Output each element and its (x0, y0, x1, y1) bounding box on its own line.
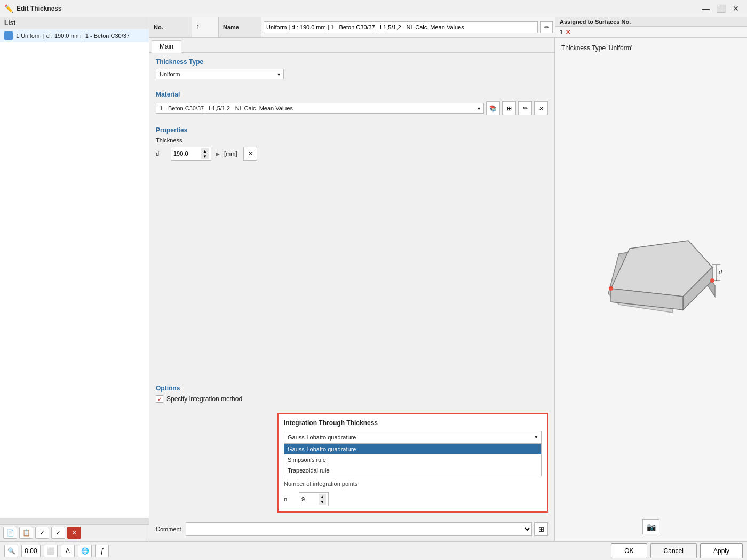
text-button[interactable]: A (61, 545, 75, 557)
list-scroll: 1 Uniform | d : 190.0 mm | 1 - Beton C30… (0, 29, 149, 518)
properties-label: Properties (156, 126, 548, 134)
preview-action-button[interactable]: 📷 (642, 519, 659, 534)
app-icon: ✏️ (4, 4, 13, 13)
svg-point-15 (710, 278, 714, 283)
check-button[interactable]: ✓ (35, 527, 49, 539)
integration-popup: Integration Through Thickness Gauss-Loba… (277, 413, 548, 513)
n-input[interactable] (301, 496, 317, 502)
material-delete-button[interactable]: ✕ (534, 101, 548, 115)
apply-button[interactable]: Apply (700, 543, 743, 558)
search-button[interactable]: 🔍 (4, 545, 18, 557)
rectangle-button[interactable]: ⬜ (44, 545, 58, 557)
comment-input-area: ⊞ (186, 522, 548, 536)
method-option-1[interactable]: Simpson's rule (284, 454, 541, 465)
material-label: Material (156, 91, 548, 98)
n-down-button[interactable]: ▼ (319, 499, 326, 505)
no-value: 1 (192, 17, 219, 37)
preview-svg-container: d (561, 56, 741, 515)
list-item-text: 1 Uniform | d : 190.0 mm | 1 - Beton C30… (16, 33, 130, 39)
unit-label: [mm] (224, 150, 237, 157)
assigned-surfaces-area: Assigned to Surfaces No. 1 ✕ (555, 17, 747, 37)
bottom-toolbar: 🔍 0.00 ⬜ A 🌐 ƒ OK Cancel Apply (0, 541, 747, 560)
title-bar: ✏️ Edit Thickness — ⬜ ✕ (0, 0, 747, 17)
name-input[interactable] (264, 21, 538, 33)
integration-points-row: n ▲ ▼ (284, 492, 542, 506)
thickness-type-select[interactable]: Uniform ▾ (156, 69, 284, 79)
thickness-type-section: Thickness Type Uniform ▾ (149, 53, 554, 85)
thickness-input[interactable] (173, 150, 200, 157)
n-input-wrap: ▲ ▼ (299, 492, 329, 506)
add-button[interactable]: 📄 (3, 527, 17, 539)
method-option-0[interactable]: Gauss-Lobatto quadrature (284, 444, 541, 454)
material-book-button[interactable]: 📚 (486, 101, 500, 115)
points-label: Number of integration points (284, 481, 542, 487)
list-item[interactable]: 1 Uniform | d : 190.0 mm | 1 - Beton C30… (0, 29, 149, 42)
title-bar-controls: — ⬜ ✕ (699, 2, 743, 15)
tab-main[interactable]: Main (152, 40, 181, 53)
left-panel: List 1 Uniform | d : 190.0 mm | 1 - Beto… (0, 17, 149, 541)
copy-button[interactable]: 📋 (19, 527, 33, 539)
assigned-value-row: 1 ✕ (555, 27, 747, 37)
material-select[interactable]: 1 - Beton C30/37_ L1,5/1,2 - NL Calc. Me… (156, 103, 484, 114)
assigned-value: 1 (560, 29, 563, 35)
material-table-button[interactable]: ⊞ (502, 101, 516, 115)
thickness-type-row: Uniform ▾ (156, 69, 548, 79)
comment-select[interactable] (186, 522, 532, 536)
material-edit-button[interactable]: ✏ (518, 101, 532, 115)
material-section: Material 1 - Beton C30/37_ L1,5/1,2 - NL… (149, 85, 554, 121)
edit-name-button[interactable]: ✏ (540, 21, 553, 33)
n-up-button[interactable]: ▲ (319, 494, 326, 499)
thickness-pick-button[interactable]: ✕ (243, 147, 257, 161)
comment-label: Comment (156, 526, 181, 532)
right-area: No. 1 Name ✏ (149, 17, 747, 541)
thickness-up-button[interactable]: ▲ (201, 148, 209, 154)
n-spinner: ▲ ▼ (319, 494, 326, 505)
name-value-area: ✏ (261, 17, 555, 37)
thickness-down-button[interactable]: ▼ (201, 154, 209, 159)
title-bar-title: Edit Thickness (17, 5, 696, 12)
comment-action-button[interactable]: ⊞ (534, 522, 548, 536)
integration-method-list: Gauss-Lobatto quadrature Simpson's rule … (284, 443, 542, 476)
method-option-2[interactable]: Trapezoidal rule (284, 465, 541, 476)
left-panel-toolbar: 📄 📋 ✓ ✓ ✕ (0, 524, 149, 541)
integration-method-select[interactable]: Gauss-Lobatto quadrature ▾ (284, 431, 542, 443)
ok-button[interactable]: OK (611, 543, 647, 558)
specify-integration-label: Specify integration method (166, 395, 242, 403)
delete-button[interactable]: ✕ (67, 527, 81, 539)
svg-point-14 (609, 286, 613, 291)
integration-dropdown-container: Gauss-Lobatto quadrature ▾ Gauss-Lobatto… (284, 431, 542, 476)
assigned-clear-icon[interactable]: ✕ (565, 28, 571, 36)
comment-section: Comment ⊞ (149, 518, 554, 541)
content-area: List 1 Uniform | d : 190.0 mm | 1 - Beto… (0, 17, 747, 541)
integration-chevron-icon: ▾ (535, 434, 538, 441)
main-layout: List 1 Uniform | d : 190.0 mm | 1 - Beto… (0, 17, 747, 560)
no-name-row: No. 1 Name ✏ (149, 17, 747, 38)
preview-action-area: 📷 (561, 519, 741, 534)
integration-title: Integration Through Thickness (284, 419, 542, 427)
options-section: Options ✓ Specify integration method (149, 379, 554, 411)
no-name-left: No. 1 Name ✏ (149, 17, 555, 37)
globe-button[interactable]: 🌐 (78, 545, 92, 557)
horizontal-scrollbar[interactable] (0, 518, 149, 524)
thickness-row: d ▲ ▼ ▶ [mm] ✕ (156, 147, 548, 161)
material-chevron-icon: ▾ (478, 106, 480, 111)
check2-button[interactable]: ✓ (51, 527, 65, 539)
d-label: d (156, 150, 166, 157)
close-button[interactable]: ✕ (729, 2, 743, 15)
thickness-type-label: Thickness Type (156, 58, 548, 66)
thickness-input-wrap: ▲ ▼ (171, 147, 211, 161)
preview-title: Thickness Type 'Uniform' (561, 44, 741, 52)
no-header: No. (149, 17, 192, 37)
minimize-button[interactable]: — (699, 2, 713, 15)
specify-integration-checkbox[interactable]: ✓ (156, 395, 163, 403)
list-header: List (0, 17, 149, 29)
maximize-button[interactable]: ⬜ (714, 2, 728, 15)
cancel-button[interactable]: Cancel (650, 543, 697, 558)
name-header: Name (219, 17, 261, 37)
decimal-button[interactable]: 0.00 (21, 545, 41, 557)
options-label: Options (156, 385, 548, 392)
svg-text:d: d (719, 269, 722, 275)
specify-integration-row: ✓ Specify integration method (156, 395, 548, 403)
formula-button[interactable]: ƒ (95, 545, 109, 557)
n-label: n (284, 496, 295, 502)
